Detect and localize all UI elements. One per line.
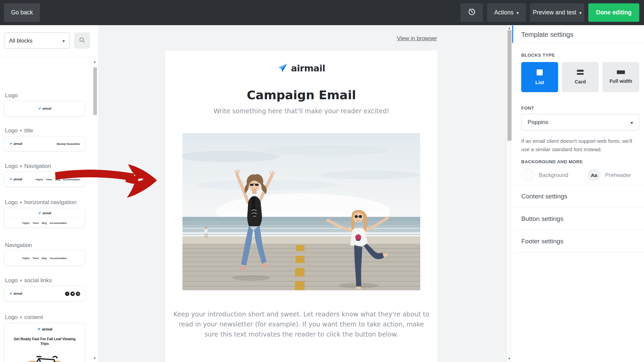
nav-item: Flights: [22, 222, 30, 224]
button-settings-label: Button settings: [521, 215, 564, 223]
blocks-sidebar: All blocks ▾ Logo airmail Logo + title: [0, 25, 99, 362]
scroll-down-icon[interactable]: ▼: [93, 357, 96, 360]
font-note: If an email client doesn't support web f…: [521, 137, 632, 154]
blocks-type-label: BLOCKS TYPE: [521, 53, 555, 58]
paper-plane-icon: [9, 292, 12, 295]
footer-settings-row[interactable]: Footer settings: [512, 230, 644, 252]
actions-button[interactable]: Actions ▾: [487, 3, 526, 22]
font-label: FONT: [521, 106, 534, 111]
caret-down-icon: ▾: [631, 120, 633, 125]
caret-down-icon: ▾: [517, 11, 519, 15]
full-width-icon: [617, 70, 625, 74]
airmail-logo: airmail: [38, 107, 51, 110]
template-settings-header[interactable]: Template settings: [521, 31, 574, 39]
block-card-logo-content[interactable]: airmail Get Ready Fast For Fall Leaf Vie…: [4, 323, 85, 362]
airmail-logo: airmail: [38, 212, 51, 215]
instagram-icon: [76, 292, 80, 296]
nav-item: Blog: [42, 222, 47, 224]
brand-text: airmail: [13, 178, 22, 181]
airmail-logo: airmail: [9, 178, 22, 181]
block-section-label: Logo + horizontal navigation: [5, 199, 76, 206]
preheader-label: Preheader: [605, 172, 631, 178]
social-icons: f: [65, 292, 80, 296]
brand-text: airmail: [42, 327, 52, 331]
scrollbar-thumb[interactable]: [507, 30, 512, 141]
nav-item: Travel: [33, 222, 39, 224]
airmail-logo: airmail: [9, 292, 22, 295]
block-card-navigation[interactable]: Flights Travel Blog Accommodation: [4, 250, 85, 266]
nav-item: Accommodation: [50, 257, 67, 259]
search-icon: [79, 37, 85, 45]
scroll-down-icon[interactable]: ▼: [508, 357, 511, 360]
block-filter-value: All blocks: [9, 38, 33, 44]
topbar-actions-group: Actions ▾ Preview and test ▾ Done editin…: [461, 0, 639, 25]
scrollbar-thumb[interactable]: [93, 67, 97, 115]
block-section-label: Navigation: [5, 242, 32, 249]
blocks-type-card-button[interactable]: Card: [562, 62, 599, 92]
block-card-logo-title[interactable]: airmail Weekly Newsletter: [4, 136, 85, 152]
block-card-logo[interactable]: airmail: [4, 101, 85, 116]
email-title[interactable]: Campaign Email: [165, 88, 437, 102]
history-button[interactable]: [461, 3, 483, 22]
paper-plane-icon: [38, 107, 41, 110]
active-section-indicator: [512, 25, 513, 43]
email-subtitle[interactable]: Write something here that'll make your r…: [165, 107, 437, 115]
button-settings-row[interactable]: Button settings: [512, 208, 644, 230]
nav-item: Blog: [42, 257, 47, 259]
body-line: Keep your introduction short and sweet. …: [165, 309, 437, 319]
block-section-label: Logo + title: [5, 127, 33, 134]
full-width-label: Full width: [609, 78, 632, 84]
block-section-label: Logo + social links: [5, 277, 52, 284]
content-block-title: Get Ready Fast For Fall Leaf Viewing Tri…: [11, 337, 78, 346]
search-button[interactable]: [74, 33, 90, 49]
email-hero-image[interactable]: [182, 133, 420, 290]
go-back-label: Go back: [11, 9, 33, 16]
beach-jump-photo: [182, 133, 420, 290]
canvas-scrollbar[interactable]: ▲ ▼: [506, 25, 512, 362]
block-filter-select[interactable]: All blocks ▾: [4, 33, 70, 49]
brand-text: airmail: [42, 212, 51, 215]
background-label: Background: [539, 172, 568, 178]
block-card-logo-social-links[interactable]: airmail f: [4, 286, 85, 301]
paper-plane-icon: [9, 142, 12, 145]
done-editing-button[interactable]: Done editing: [588, 3, 639, 22]
email-body-text[interactable]: Keep your introduction short and sweet. …: [165, 309, 437, 339]
preview-label: Preview and test: [533, 9, 576, 16]
content-settings-row[interactable]: Content settings: [512, 185, 644, 207]
email-logo-block[interactable]: airmail: [165, 63, 437, 73]
brand-text: airmail: [13, 142, 22, 145]
block-section-label: Logo + Navigation: [5, 163, 51, 170]
block-card-logo-navigation[interactable]: airmail Flights Travel Blog Accommodatio…: [4, 172, 85, 187]
go-back-button[interactable]: Go back: [4, 3, 40, 22]
scroll-up-icon[interactable]: ▲: [93, 60, 96, 63]
background-row: Background Aa Preheader: [521, 169, 631, 181]
email-editor-app: Go back Actions ▾ Preview and test ▾: [0, 0, 644, 362]
block-card-logo-horizontal-navigation[interactable]: airmail Flights Travel Blog Accommodatio…: [4, 208, 85, 228]
preview-and-test-button[interactable]: Preview and test ▾: [530, 3, 584, 22]
blocks-type-list-button[interactable]: List: [521, 62, 558, 92]
email-preview-card[interactable]: airmail Campaign Email Write something h…: [165, 51, 437, 362]
facebook-icon: f: [65, 292, 69, 296]
mini-navigation: Flights Travel Blog Accommodation: [36, 178, 80, 181]
airmail-logo: airmail: [37, 327, 52, 331]
background-color-swatch[interactable]: [521, 169, 534, 181]
preheader-badge[interactable]: Aa: [588, 169, 600, 181]
paper-plane-icon: [38, 212, 41, 215]
block-section-label: Logo + content: [5, 314, 43, 321]
font-select[interactable]: Poppins ▾: [521, 114, 639, 130]
paper-plane-icon: [277, 63, 288, 73]
paper-plane-icon: [9, 178, 12, 181]
card-icon: [577, 70, 584, 75]
view-in-browser-link[interactable]: View in browser: [397, 35, 437, 42]
nav-item: Flights: [36, 178, 43, 181]
blocks-type-full-width-button[interactable]: Full width: [602, 62, 639, 92]
scroll-up-icon[interactable]: ▲: [508, 26, 511, 30]
panel-divider: [512, 252, 644, 253]
sidebar-scrollbar[interactable]: ▲ ▼: [93, 59, 97, 362]
actions-label: Actions: [494, 9, 514, 16]
font-note-line: If an email client doesn't support web f…: [521, 137, 632, 145]
nav-item: Flights: [22, 257, 30, 259]
brand-text: airmail: [42, 107, 51, 110]
body-line: sure this text motivates the reader to c…: [165, 329, 437, 339]
content-settings-label: Content settings: [521, 193, 567, 200]
